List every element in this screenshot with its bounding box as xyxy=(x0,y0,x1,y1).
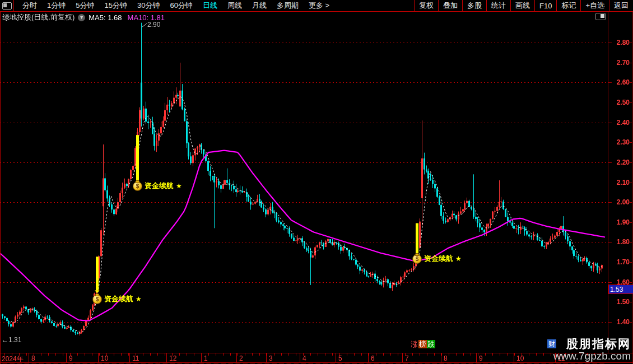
period-tab-15分钟[interactable]: 15分钟 xyxy=(99,1,132,11)
period-tab-60分钟[interactable]: 60分钟 xyxy=(165,1,197,11)
period-tab-5分钟[interactable]: 5分钟 xyxy=(71,1,99,11)
chevron-down-icon[interactable]: ▼ xyxy=(78,14,85,21)
period-tab-分时[interactable]: 分时 xyxy=(17,1,42,11)
toolbar-button-统计[interactable]: 统计 xyxy=(487,0,511,11)
rank-badge-char: 跌 xyxy=(427,340,435,348)
candlestick-chart-canvas[interactable] xyxy=(0,0,633,364)
toolbar-button-标记[interactable]: 标记 xyxy=(557,0,581,11)
ma10-value: MA10: 1.81 xyxy=(128,13,165,22)
toolbar-divider xyxy=(13,0,14,11)
toolbar-button-复权[interactable]: 复权 xyxy=(415,0,439,11)
finance-badge[interactable]: 财 xyxy=(547,339,556,348)
period-tab-1分钟[interactable]: 1分钟 xyxy=(42,1,71,11)
period-tab-日线[interactable]: 日线 xyxy=(198,1,222,11)
rank-badge[interactable]: 涨榜跌 xyxy=(410,340,435,348)
toolbar-right-buttons: 复权叠加多股统计画线F10标记+自选返回 xyxy=(414,0,633,11)
toolbar-button-多股[interactable]: 多股 xyxy=(463,0,487,11)
rank-badge-char: 榜 xyxy=(418,340,427,348)
period-tabs: 分时1分钟5分钟15分钟30分钟60分钟日线周线月线多周期更多 > xyxy=(0,0,414,11)
toolbar-button-叠加[interactable]: 叠加 xyxy=(439,0,463,11)
toolbar-button-+自选[interactable]: +自选 xyxy=(581,0,609,11)
last-price-badge: 1.53 xyxy=(608,284,633,294)
maximize-panel-icon[interactable] xyxy=(595,13,606,20)
stock-title: 绿地控股(日线.前复权) xyxy=(2,12,75,22)
top-toolbar: 分时1分钟5分钟15分钟30分钟60分钟日线周线月线多周期更多 > 复权叠加多股… xyxy=(0,0,633,12)
period-tab-更多 >[interactable]: 更多 > xyxy=(304,1,334,11)
rank-badge-char: 涨 xyxy=(410,340,418,348)
toolbar-button-F10[interactable]: F10 xyxy=(535,0,557,11)
layout-panel-icon[interactable] xyxy=(2,2,12,10)
period-tab-月线[interactable]: 月线 xyxy=(247,1,272,11)
chart-header: 绿地控股(日线.前复权) ▼ MA5: 1.68 MA10: 1.81 xyxy=(2,12,165,22)
ma5-value: MA5: 1.68 xyxy=(89,13,122,22)
toolbar-button-返回[interactable]: 返回 xyxy=(609,0,633,11)
period-tab-多周期[interactable]: 多周期 xyxy=(272,1,304,11)
toolbar-button-画线[interactable]: 画线 xyxy=(511,0,535,11)
app-window: 分时1分钟5分钟15分钟30分钟60分钟日线周线月线多周期更多 > 复权叠加多股… xyxy=(0,0,633,364)
period-tab-周线[interactable]: 周线 xyxy=(222,1,247,11)
period-tab-30分钟[interactable]: 30分钟 xyxy=(132,1,165,11)
